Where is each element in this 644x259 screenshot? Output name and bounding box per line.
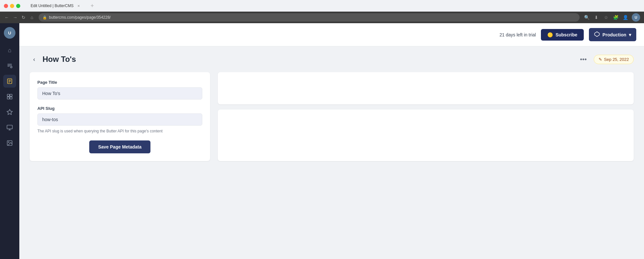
- sidebar-item-gallery[interactable]: [3, 137, 16, 149]
- active-tab[interactable]: Edit Untitled | ButterCMS ✕: [25, 1, 86, 11]
- page-header-left: ‹ How To's: [30, 55, 76, 64]
- form-container: Page Title API Slug The API slug is used…: [30, 72, 634, 161]
- back-nav-button[interactable]: ←: [4, 14, 10, 20]
- edit-icon: ✎: [599, 57, 602, 62]
- subscribe-icon: 🟡: [547, 32, 553, 37]
- forward-nav-button[interactable]: →: [12, 14, 18, 20]
- traffic-lights: [4, 4, 20, 8]
- maximize-button[interactable]: [16, 4, 20, 8]
- profile-icon[interactable]: 👤: [622, 14, 629, 21]
- browser-titlebar: Edit Untitled | ButterCMS ✕ +: [0, 0, 644, 12]
- new-tab-button[interactable]: +: [88, 1, 97, 10]
- user-avatar[interactable]: U: [4, 27, 15, 39]
- svg-marker-15: [595, 32, 600, 37]
- page-title-input[interactable]: [37, 87, 202, 100]
- main-content: 21 days left in trial 🟡 Subscribe Produc…: [19, 23, 644, 259]
- right-panel-top: [218, 72, 634, 104]
- page-header: ‹ How To's ••• ✎ Sep 25, 2022: [30, 54, 634, 64]
- svg-marker-9: [7, 110, 13, 115]
- browser-chrome: Edit Untitled | ButterCMS ✕ + ← → ↻ ⌂ 🔒 …: [0, 0, 644, 23]
- page-title-label: Page Title: [37, 80, 202, 85]
- save-metadata-button[interactable]: Save Page Metadata: [89, 140, 151, 153]
- sidebar-item-pages[interactable]: [3, 75, 16, 88]
- extension-icon[interactable]: 🧩: [612, 14, 619, 21]
- svg-rect-6: [10, 94, 12, 97]
- svg-rect-10: [7, 125, 13, 129]
- api-slug-hint: The API slug is used when querying the B…: [37, 128, 202, 134]
- svg-rect-5: [7, 94, 10, 97]
- app-layout: U ⌂: [0, 23, 644, 259]
- subscribe-button[interactable]: 🟡 Subscribe: [541, 29, 584, 41]
- chevron-down-icon: ▾: [629, 32, 631, 37]
- browser-actions: 🔍 ⬇ ☆ 🧩 👤 U: [583, 13, 640, 22]
- sidebar: U ⌂: [0, 23, 19, 259]
- production-label: Production: [602, 32, 626, 37]
- production-button[interactable]: Production ▾: [589, 28, 636, 41]
- environment-icon: [594, 31, 600, 38]
- more-options-button[interactable]: •••: [578, 54, 589, 64]
- tab-title: Edit Untitled | ButterCMS: [31, 4, 73, 8]
- right-panels: [218, 72, 634, 161]
- api-slug-input[interactable]: [37, 113, 202, 126]
- sidebar-item-components[interactable]: [3, 90, 16, 103]
- close-button[interactable]: [4, 4, 8, 8]
- browser-addressbar: ← → ↻ ⌂ 🔒 buttercms.com/pages/page/35422…: [0, 12, 644, 23]
- right-panel-bottom: [218, 110, 634, 161]
- reload-button[interactable]: ↻: [21, 14, 26, 20]
- page-content: ‹ How To's ••• ✎ Sep 25, 2022 Page Title…: [19, 46, 644, 259]
- page-title: How To's: [43, 55, 76, 64]
- address-bar[interactable]: 🔒 buttercms.com/pages/page/354228/: [39, 13, 580, 22]
- header-bar: 21 days left in trial 🟡 Subscribe Produc…: [19, 23, 644, 46]
- svg-rect-8: [10, 97, 12, 99]
- browser-tabs: Edit Untitled | ButterCMS ✕ +: [25, 1, 640, 11]
- download-icon[interactable]: ⬇: [593, 14, 600, 21]
- page-header-right: ••• ✎ Sep 25, 2022: [578, 54, 634, 64]
- metadata-card: Page Title API Slug The API slug is used…: [30, 72, 210, 161]
- date-text: Sep 25, 2022: [604, 57, 629, 62]
- trial-text: 21 days left in trial: [500, 32, 536, 37]
- svg-rect-7: [7, 97, 10, 99]
- svg-point-0: [11, 66, 12, 68]
- api-slug-label: API Slug: [37, 106, 202, 111]
- back-button[interactable]: ‹: [30, 55, 39, 64]
- browser-avatar[interactable]: U: [632, 13, 640, 22]
- sidebar-item-home[interactable]: ⌂: [3, 44, 16, 57]
- home-nav-button[interactable]: ⌂: [29, 14, 35, 20]
- sidebar-item-feed[interactable]: [3, 59, 16, 72]
- tab-close-button[interactable]: ✕: [76, 3, 81, 8]
- search-icon[interactable]: 🔍: [583, 14, 590, 21]
- svg-point-14: [8, 142, 9, 143]
- sidebar-item-settings[interactable]: [3, 121, 16, 134]
- sidebar-item-media[interactable]: [3, 106, 16, 119]
- nav-buttons: ← → ↻ ⌂: [4, 14, 35, 20]
- date-badge: ✎ Sep 25, 2022: [594, 55, 634, 64]
- lock-icon: 🔒: [43, 15, 47, 20]
- minimize-button[interactable]: [10, 4, 14, 8]
- subscribe-label: Subscribe: [555, 32, 577, 37]
- url-text: buttercms.com/pages/page/354228/: [49, 15, 111, 20]
- bookmark-icon[interactable]: ☆: [603, 14, 609, 21]
